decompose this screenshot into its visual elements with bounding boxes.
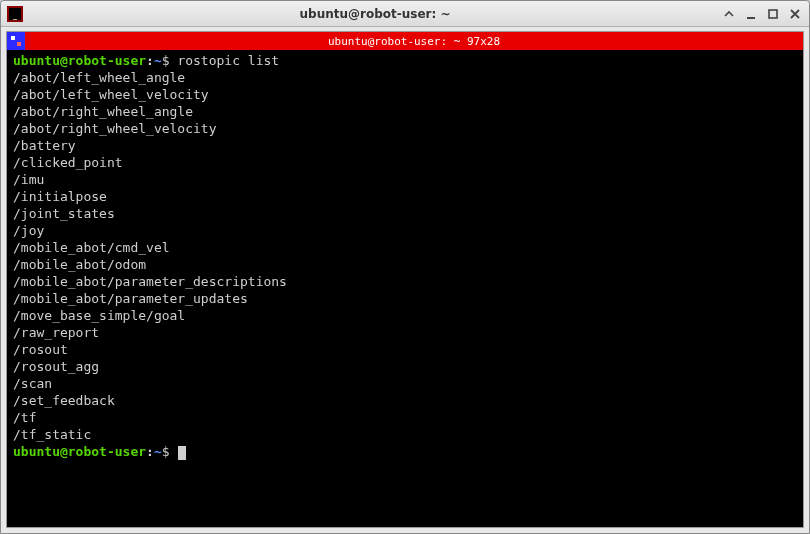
prompt-path: ~ [154,53,162,68]
rollup-button[interactable] [721,6,737,22]
cursor [178,446,186,460]
window-title: ubuntu@robot-user: ~ [29,7,721,21]
output-line: /mobile_abot/parameter_descriptions [13,273,797,290]
output-line: /mobile_abot/cmd_vel [13,239,797,256]
prompt-path: ~ [154,444,162,459]
window-controls [721,6,803,22]
output-line: /tf_static [13,426,797,443]
output-line: /abot/right_wheel_angle [13,103,797,120]
output-line: /rosout_agg [13,358,797,375]
titlebar[interactable]: _ ubuntu@robot-user: ~ [1,1,809,27]
maximize-button[interactable] [765,6,781,22]
output-line: /scan [13,375,797,392]
tab-bar[interactable]: ubuntu@robot-user: ~ 97x28 [7,32,803,50]
output-line: /battery [13,137,797,154]
prompt-line: ubuntu@robot-user:~$ rostopic list [13,52,797,69]
tab-icon [7,32,25,50]
terminal-window: _ ubuntu@robot-user: ~ ubuntu@robot-user… [0,0,810,534]
output-line: /joint_states [13,205,797,222]
output-line: /abot/right_wheel_velocity [13,120,797,137]
output-line: /mobile_abot/parameter_updates [13,290,797,307]
output-line: /raw_report [13,324,797,341]
prompt-dollar: $ [162,444,170,459]
output-line: /tf [13,409,797,426]
terminal-body[interactable]: ubuntu@robot-user:~$ rostopic list/abot/… [7,50,803,527]
output-line: /rosout [13,341,797,358]
output-line: /set_feedback [13,392,797,409]
output-line: /initialpose [13,188,797,205]
minimize-button[interactable] [743,6,759,22]
prompt-line-2: ubuntu@robot-user:~$ [13,443,797,460]
svg-rect-4 [769,10,777,18]
close-button[interactable] [787,6,803,22]
svg-rect-3 [747,17,755,19]
output-line: /abot/left_wheel_velocity [13,86,797,103]
command-text: rostopic list [177,53,279,68]
output-line: /abot/left_wheel_angle [13,69,797,86]
svg-rect-5 [11,36,15,40]
prompt-user: ubuntu@robot-user [13,444,146,459]
output-container: /abot/left_wheel_angle/abot/left_wheel_v… [13,69,797,443]
prompt-user: ubuntu@robot-user [13,53,146,68]
app-icon: _ [7,6,23,22]
svg-rect-6 [17,42,21,46]
output-line: /mobile_abot/odom [13,256,797,273]
prompt-colon: : [146,444,154,459]
prompt-colon: : [146,53,154,68]
output-line: /clicked_point [13,154,797,171]
output-line: /joy [13,222,797,239]
tab-title: ubuntu@robot-user: ~ 97x28 [25,35,803,48]
terminal-wrapper: ubuntu@robot-user: ~ 97x28 ubuntu@robot-… [6,31,804,528]
output-line: /move_base_simple/goal [13,307,797,324]
output-line: /imu [13,171,797,188]
prompt-dollar: $ [162,53,170,68]
